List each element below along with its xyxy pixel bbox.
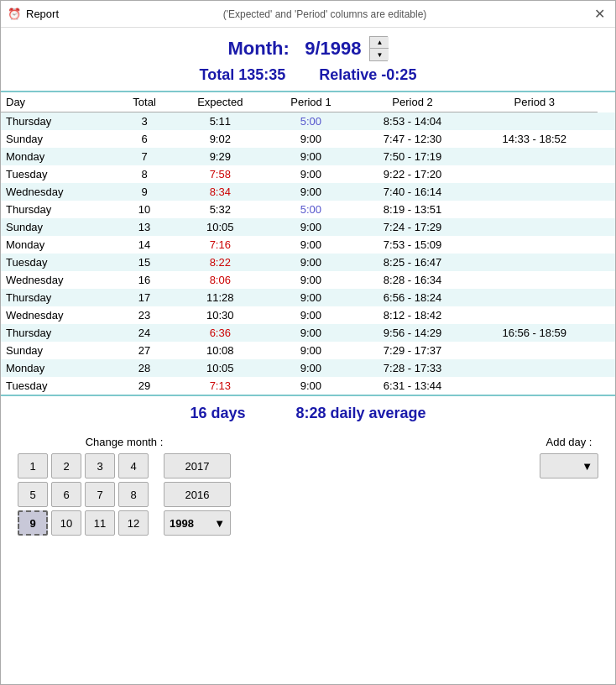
table-row: Thursday246:369:009:56 - 14:2916:56 - 18…	[1, 324, 615, 342]
table-cell-3[interactable]: 9:00	[268, 342, 354, 359]
month-btn-7[interactable]: 7	[85, 482, 115, 507]
app-icon: ⏰	[8, 8, 21, 21]
table-cell-4[interactable]: 7:29 - 17:37	[354, 342, 471, 359]
table-cell-3[interactable]: 5:00	[268, 201, 354, 218]
table-cell-1: 8	[116, 165, 172, 183]
table-cell-3[interactable]: 9:00	[268, 165, 354, 183]
table-cell-4[interactable]: 7:53 - 15:09	[354, 236, 471, 254]
table-cell-4[interactable]: 9:56 - 14:29	[354, 324, 471, 342]
table-cell-5[interactable]	[471, 377, 598, 395]
table-cell-4[interactable]: 7:40 - 16:14	[354, 183, 471, 201]
year-btn-2016[interactable]: 2016	[164, 482, 231, 507]
month-btn-9[interactable]: 9	[18, 510, 48, 536]
spinner-down[interactable]: ▼	[370, 49, 389, 60]
table-cell-0: Wednesday	[1, 271, 116, 289]
table-cell-6[interactable]	[598, 271, 615, 289]
table-cell-5[interactable]: 14:33 - 18:52	[471, 130, 598, 148]
table-cell-3[interactable]: 9:00	[268, 377, 354, 395]
table-cell-3[interactable]: 9:00	[268, 271, 354, 289]
table-cell-6[interactable]	[598, 201, 615, 218]
table-cell-5[interactable]	[471, 289, 598, 306]
table-cell-5[interactable]	[471, 112, 598, 131]
table-cell-5[interactable]	[471, 306, 598, 324]
table-cell-0: Sunday	[1, 342, 116, 359]
table-cell-5[interactable]	[471, 165, 598, 183]
month-btn-11[interactable]: 11	[85, 510, 115, 536]
table-cell-6[interactable]	[598, 130, 615, 148]
table-cell-5[interactable]	[471, 271, 598, 289]
year-select[interactable]: 1998▼	[164, 510, 231, 536]
table-cell-5[interactable]	[471, 183, 598, 201]
month-btn-3[interactable]: 3	[85, 453, 115, 478]
table-cell-3[interactable]: 9:00	[268, 218, 354, 236]
table-cell-6[interactable]	[598, 377, 615, 395]
table-cell-5[interactable]	[471, 254, 598, 271]
table-cell-6[interactable]	[598, 289, 615, 306]
month-btn-12[interactable]: 12	[118, 510, 149, 536]
table-row: Tuesday158:229:008:25 - 16:47	[1, 254, 615, 271]
spinner-up[interactable]: ▲	[370, 37, 389, 49]
table-cell-2: 8:22	[173, 254, 268, 271]
add-day-select[interactable]: ▼	[540, 453, 598, 478]
table-cell-2: 8:34	[173, 183, 268, 201]
table-cell-4[interactable]: 7:47 - 12:30	[354, 130, 471, 148]
month-btn-6[interactable]: 6	[51, 482, 81, 507]
table-cell-5[interactable]: 16:56 - 18:59	[471, 324, 598, 342]
table-cell-3[interactable]: 9:00	[268, 236, 354, 254]
table-cell-6[interactable]	[598, 183, 615, 201]
table-cell-3[interactable]: 5:00	[268, 112, 354, 131]
table-cell-3[interactable]: 9:00	[268, 254, 354, 271]
table-cell-4[interactable]: 7:24 - 17:29	[354, 218, 471, 236]
table-cell-6[interactable]	[598, 254, 615, 271]
month-btn-1[interactable]: 1	[18, 453, 48, 478]
table-cell-4[interactable]: 8:28 - 16:34	[354, 271, 471, 289]
table-cell-6[interactable]	[598, 306, 615, 324]
table-row: Thursday1711:289:006:56 - 18:24	[1, 289, 615, 306]
month-btn-8[interactable]: 8	[118, 482, 149, 507]
table-cell-6[interactable]	[598, 112, 615, 131]
table-cell-4[interactable]: 8:53 - 14:04	[354, 112, 471, 131]
table-cell-5[interactable]	[471, 359, 598, 377]
table-cell-3[interactable]: 9:00	[268, 130, 354, 148]
table-cell-6[interactable]	[598, 218, 615, 236]
table-cell-4[interactable]: 6:31 - 13:44	[354, 377, 471, 395]
month-spinner[interactable]: ▲ ▼	[369, 36, 388, 61]
table-cell-6[interactable]	[598, 324, 615, 342]
bottom-section: Change month : 123456789101112 201720161…	[1, 429, 615, 544]
close-button[interactable]: ✕	[591, 6, 608, 22]
table-cell-6[interactable]	[598, 342, 615, 359]
table-cell-5[interactable]	[471, 201, 598, 218]
table-cell-6[interactable]	[598, 236, 615, 254]
month-btn-4[interactable]: 4	[118, 453, 149, 478]
table-cell-4[interactable]: 7:28 - 17:33	[354, 359, 471, 377]
table-cell-3[interactable]: 9:00	[268, 289, 354, 306]
table-cell-5[interactable]	[471, 342, 598, 359]
col-header-expected: Expected	[173, 92, 268, 112]
data-table-wrapper: Day Total Expected Period 1 Period 2 Per…	[1, 91, 615, 396]
table-cell-4[interactable]: 9:22 - 17:20	[354, 165, 471, 183]
table-cell-2: 5:11	[173, 112, 268, 131]
month-label: Month: 9/1998	[228, 38, 362, 60]
table-cell-5[interactable]	[471, 218, 598, 236]
table-cell-6[interactable]	[598, 148, 615, 165]
table-cell-5[interactable]	[471, 236, 598, 254]
table-cell-3[interactable]: 9:00	[268, 183, 354, 201]
table-cell-6[interactable]	[598, 359, 615, 377]
table-cell-4[interactable]: 8:12 - 18:42	[354, 306, 471, 324]
table-cell-4[interactable]: 8:19 - 13:51	[354, 201, 471, 218]
table-cell-3[interactable]: 9:00	[268, 324, 354, 342]
table-cell-3[interactable]: 9:00	[268, 306, 354, 324]
table-cell-4[interactable]: 7:50 - 17:19	[354, 148, 471, 165]
table-cell-4[interactable]: 6:56 - 18:24	[354, 289, 471, 306]
total-label: Total 135:35	[200, 66, 286, 84]
table-cell-3[interactable]: 9:00	[268, 148, 354, 165]
month-btn-10[interactable]: 10	[51, 510, 81, 536]
table-cell-6[interactable]	[598, 165, 615, 183]
table-cell-3[interactable]: 9:00	[268, 359, 354, 377]
table-cell-4[interactable]: 8:25 - 16:47	[354, 254, 471, 271]
table-cell-5[interactable]	[471, 148, 598, 165]
year-btn-2017[interactable]: 2017	[164, 453, 231, 478]
month-btn-2[interactable]: 2	[51, 453, 81, 478]
table-cell-0: Tuesday	[1, 254, 116, 271]
month-btn-5[interactable]: 5	[18, 482, 48, 507]
